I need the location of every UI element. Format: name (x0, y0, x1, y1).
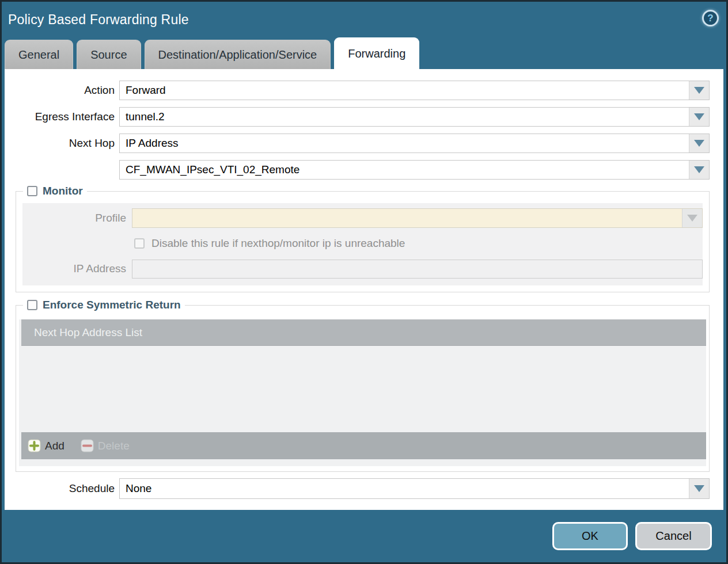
dialog-title: Policy Based Forwarding Rule (8, 12, 189, 28)
next-hop-address-value[interactable]: CF_MWAN_IPsec_VTI_02_Remote (120, 161, 689, 179)
tab-forwarding[interactable]: Forwarding (334, 37, 419, 69)
next-hop-address-dropdown-button[interactable] (689, 161, 709, 179)
tab-source[interactable]: Source (77, 40, 141, 69)
next-hop-type-dropdown[interactable]: IP Address (119, 134, 710, 153)
next-hop-address-row: CF_MWAN_IPsec_VTI_02_Remote (5, 160, 710, 180)
help-icon[interactable]: ? (702, 10, 719, 26)
add-button-label: Add (45, 440, 65, 452)
egress-interface-row: Egress Interface tunnel.2 (5, 107, 710, 127)
schedule-dropdown[interactable]: None (119, 478, 710, 499)
monitor-panel: Profile Disable this rule if nexthop/mon… (22, 203, 703, 285)
schedule-row: Schedule None (5, 478, 710, 499)
egress-interface-dropdown[interactable]: tunnel.2 (119, 107, 710, 127)
chevron-down-icon (694, 113, 704, 120)
dialog-footer: OK Cancel (2, 510, 726, 562)
chevron-down-icon (694, 166, 704, 173)
next-hop-address-list-body (21, 346, 706, 432)
delete-button-label: Delete (98, 440, 130, 452)
next-hop-address-list-header: Next Hop Address List (21, 319, 706, 346)
enforce-symmetric-return-legend-label: Enforce Symmetric Return (43, 299, 181, 311)
chevron-down-icon (694, 485, 704, 492)
chevron-down-icon (694, 140, 704, 147)
tab-destination-application-service[interactable]: Destination/Application/Service (145, 40, 331, 69)
action-row: Action Forward (5, 81, 710, 100)
action-value[interactable]: Forward (120, 81, 689, 100)
disable-rule-row: Disable this rule if nexthop/monitor ip … (134, 237, 703, 250)
policy-based-forwarding-dialog: Policy Based Forwarding Rule ? General S… (0, 0, 728, 564)
monitor-ip-address-input (132, 260, 703, 279)
profile-label: Profile (22, 212, 132, 224)
profile-row: Profile (22, 208, 703, 228)
monitor-checkbox[interactable] (27, 186, 37, 196)
monitor-ip-address-label: IP Address (22, 262, 132, 275)
tab-general[interactable]: General (5, 40, 73, 69)
enforce-symmetric-return-legend: Enforce Symmetric Return (23, 299, 185, 311)
forwarding-tab-content: Action Forward Egress Interface tunnel.2… (5, 69, 723, 510)
action-label: Action (5, 84, 119, 97)
next-hop-row: Next Hop IP Address (5, 134, 710, 153)
egress-interface-dropdown-button[interactable] (689, 108, 709, 126)
minus-icon (81, 439, 94, 452)
enforce-symmetric-return-checkbox[interactable] (27, 300, 37, 310)
profile-value (132, 209, 682, 227)
next-hop-label: Next Hop (5, 137, 119, 150)
schedule-dropdown-button[interactable] (689, 479, 709, 498)
chevron-down-icon (687, 215, 697, 222)
monitor-legend-label: Monitor (43, 185, 83, 197)
next-hop-type-value[interactable]: IP Address (120, 134, 689, 153)
tab-bar: General Source Destination/Application/S… (5, 39, 726, 69)
schedule-label: Schedule (5, 482, 119, 495)
ok-button[interactable]: OK (552, 522, 628, 550)
monitor-legend: Monitor (23, 185, 87, 197)
action-dropdown-button[interactable] (689, 81, 709, 100)
cancel-button[interactable]: Cancel (635, 522, 712, 550)
monitor-ip-address-row: IP Address (22, 259, 703, 279)
monitor-section: Monitor Profile Disable this rule if nex… (16, 191, 710, 292)
add-button[interactable]: Add (28, 439, 65, 452)
schedule-value[interactable]: None (120, 479, 689, 498)
next-hop-address-list-panel: Next Hop Address List Add (19, 319, 706, 466)
next-hop-type-dropdown-button[interactable] (689, 134, 709, 153)
disable-rule-label: Disable this rule if nexthop/monitor ip … (151, 237, 405, 250)
disable-rule-checkbox (134, 238, 145, 249)
egress-interface-value[interactable]: tunnel.2 (120, 108, 689, 126)
delete-button: Delete (81, 439, 130, 452)
next-hop-address-dropdown[interactable]: CF_MWAN_IPsec_VTI_02_Remote (119, 160, 710, 180)
next-hop-address-list-footer: Add Delete (21, 432, 706, 459)
plus-icon (28, 439, 41, 452)
action-dropdown[interactable]: Forward (119, 81, 710, 100)
profile-dropdown (132, 208, 703, 228)
egress-interface-label: Egress Interface (5, 110, 119, 123)
enforce-symmetric-return-section: Enforce Symmetric Return Next Hop Addres… (16, 305, 710, 472)
profile-dropdown-button (682, 209, 702, 227)
chevron-down-icon (694, 87, 704, 94)
